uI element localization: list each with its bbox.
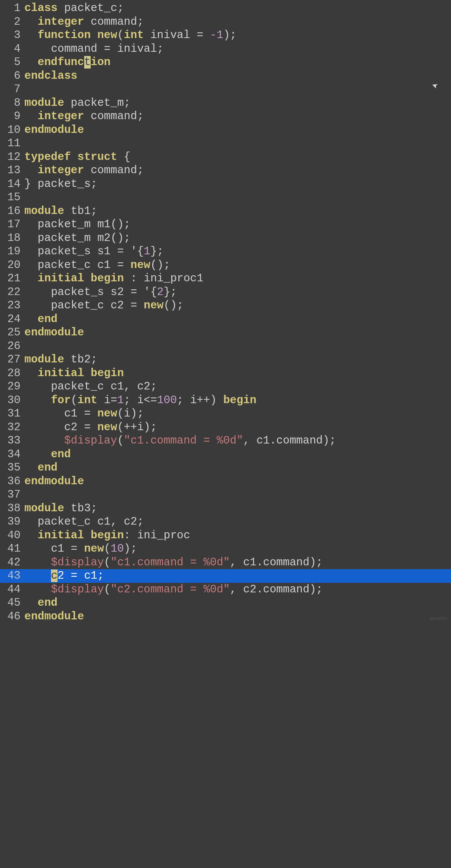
code-line[interactable]: 20 packet_c c1 = new(); (0, 258, 451, 272)
code-line[interactable]: 24 end (0, 313, 451, 326)
code-line[interactable]: 1 class packet_c; (0, 2, 451, 15)
code-line[interactable]: 35 end (0, 461, 451, 475)
code-line[interactable]: 23 packet_c c2 = new(); (0, 299, 451, 313)
code-content[interactable]: command = inival; (24, 42, 451, 56)
code-line[interactable]: 13 integer command; (0, 164, 451, 177)
code-line[interactable]: 42 $display("c1.command = %0d", c1.comma… (0, 556, 451, 570)
code-line[interactable]: 3 function new(int inival = -1); (0, 29, 451, 42)
code-line[interactable]: 32 c2 = new(++i); (0, 421, 451, 434)
code-content[interactable]: c2 = c1; (24, 569, 451, 582)
code-content[interactable]: initial begin (24, 367, 451, 380)
code-content[interactable]: end (24, 596, 451, 610)
line-number: 21 (0, 272, 24, 285)
line-number: 38 (0, 502, 24, 515)
code-content[interactable]: packet_m m1(); (24, 218, 451, 231)
code-editor[interactable]: 1 class packet_c; 2 integer command; 3 f… (0, 0, 451, 623)
code-content[interactable]: module tb1; (24, 204, 451, 218)
code-line[interactable]: 27 module tb2; (0, 353, 451, 367)
code-line-selected[interactable]: 43 c2 = c1; (0, 569, 451, 583)
line-number: 45 (0, 596, 24, 610)
code-content[interactable]: initial begin: ini_proc (24, 529, 451, 542)
code-content[interactable]: endmodule (24, 326, 451, 339)
code-line[interactable]: 15 (0, 191, 451, 204)
code-content[interactable]: c2 = new(++i); (24, 421, 451, 434)
line-number: 26 (0, 340, 24, 353)
code-content[interactable]: integer command; (24, 15, 451, 29)
code-content[interactable]: class packet_c; (24, 2, 451, 15)
code-line[interactable]: 22 packet_s s2 = '{2}; (0, 286, 451, 299)
line-number: 17 (0, 218, 24, 231)
code-content[interactable]: initial begin : ini_proc1 (24, 272, 451, 285)
code-line[interactable]: 28 initial begin (0, 367, 451, 380)
code-line[interactable]: 40 initial begin: ini_proc (0, 529, 451, 542)
code-content[interactable]: end (24, 448, 451, 461)
code-line[interactable]: 14 } packet_s; (0, 177, 451, 191)
code-content[interactable]: integer command; (24, 110, 451, 123)
code-line[interactable]: 18 packet_m m2(); (0, 231, 451, 245)
code-content[interactable]: c1 = new(10); (24, 542, 451, 555)
code-content[interactable]: packet_c c1 = new(); (24, 258, 451, 272)
code-line[interactable]: 19 packet_s s1 = '{1}; (0, 245, 451, 258)
code-line[interactable]: 6 endclass (0, 69, 451, 83)
code-content[interactable]: module packet_m; (24, 96, 451, 110)
code-content[interactable]: endmodule (24, 475, 451, 488)
code-line[interactable]: 5 endfunction (0, 56, 451, 69)
line-number: 46 (0, 610, 24, 623)
code-content[interactable]: function new(int inival = -1); (24, 29, 451, 42)
line-number: 6 (0, 69, 24, 83)
code-content[interactable]: $display("c2.command = %0d", c2.command)… (24, 583, 451, 596)
code-content[interactable]: packet_m m2(); (24, 231, 451, 245)
code-line[interactable]: 44 $display("c2.command = %0d", c2.comma… (0, 583, 451, 597)
code-line[interactable]: 4 command = inival; (0, 42, 451, 56)
code-line[interactable]: 34 end (0, 448, 451, 461)
code-line[interactable]: 25 endmodule (0, 326, 451, 340)
code-line[interactable]: 37 (0, 488, 451, 502)
code-content[interactable]: packet_c c1, c2; (24, 380, 451, 393)
code-content[interactable]: endmodule (24, 610, 451, 623)
code-line[interactable]: 39 packet_c c1, c2; (0, 515, 451, 529)
code-line[interactable]: 26 (0, 340, 451, 353)
code-line[interactable]: 8 module packet_m; (0, 96, 451, 110)
code-content[interactable]: for(int i=1; i<=100; i++) begin (24, 394, 451, 407)
code-content[interactable]: packet_s s1 = '{1}; (24, 245, 451, 258)
code-content[interactable]: packet_c c2 = new(); (24, 299, 451, 312)
code-line[interactable]: 7 (0, 83, 451, 96)
code-content[interactable]: $display("c1.command = %0d", c1.command)… (24, 434, 451, 447)
code-content[interactable]: typedef struct { (24, 150, 451, 164)
code-content[interactable]: } packet_s; (24, 177, 451, 191)
code-line[interactable]: 38 module tb3; (0, 502, 451, 515)
code-content[interactable]: integer command; (24, 164, 451, 177)
code-line[interactable]: 30 for(int i=1; i<=100; i++) begin (0, 394, 451, 407)
code-line[interactable]: 16 module tb1; (0, 204, 451, 218)
code-content[interactable]: end (24, 461, 451, 474)
code-line[interactable]: 46 endmodule (0, 610, 451, 624)
code-line[interactable]: 11 (0, 137, 451, 150)
code-line[interactable]: 29 packet_c c1, c2; (0, 380, 451, 394)
code-content[interactable]: $display("c1.command = %0d", c1.command)… (24, 556, 451, 569)
code-line[interactable]: 12 typedef struct { (0, 150, 451, 164)
code-line[interactable]: 21 initial begin : ini_proc1 (0, 272, 451, 286)
line-number: 30 (0, 394, 24, 407)
code-line[interactable]: 2 integer command; (0, 15, 451, 29)
code-content[interactable]: module tb2; (24, 353, 451, 366)
code-line[interactable]: 45 end (0, 596, 451, 610)
line-number: 27 (0, 353, 24, 366)
code-content[interactable]: endmodule (24, 123, 451, 137)
code-line[interactable]: 31 c1 = new(i); (0, 407, 451, 421)
code-content[interactable]: c1 = new(i); (24, 407, 451, 420)
code-line[interactable]: 33 $display("c1.command = %0d", c1.comma… (0, 434, 451, 448)
code-line[interactable]: 41 c1 = new(10); (0, 542, 451, 556)
code-line[interactable]: 17 packet_m m1(); (0, 218, 451, 231)
code-line[interactable]: 10 endmodule (0, 123, 451, 137)
line-number: 28 (0, 367, 24, 380)
code-content[interactable]: packet_s s2 = '{2}; (24, 286, 451, 299)
code-content[interactable]: module tb3; (24, 502, 451, 515)
code-line[interactable]: 36 endmodule (0, 475, 451, 488)
code-content[interactable]: end (24, 313, 451, 326)
line-number: 13 (0, 164, 24, 177)
line-number: 24 (0, 313, 24, 326)
code-content[interactable]: endfunction (24, 56, 451, 69)
code-line[interactable]: 9 integer command; (0, 110, 451, 123)
code-content[interactable]: packet_c c1, c2; (24, 515, 451, 528)
code-content[interactable]: endclass (24, 69, 451, 83)
